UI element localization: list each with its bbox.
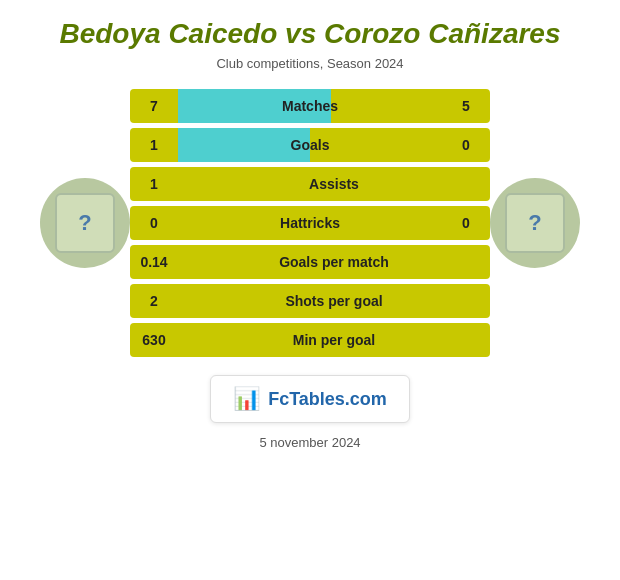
stat-label-3: Hattricks [178,215,442,231]
stats-column: 7Matches51Goals01Assists0Hattricks00.14G… [130,89,490,357]
avatar-right-icon: ? [528,210,541,236]
stat-left-val-1: 1 [130,137,178,153]
stat-left-val-0: 7 [130,98,178,114]
logo-icon: 📊 [233,386,260,412]
stat-label-2: Assists [178,176,490,192]
stat-right-val-1: 0 [442,137,490,153]
stat-label-4: Goals per match [178,254,490,270]
footer-date: 5 november 2024 [259,435,360,450]
stat-left-val-3: 0 [130,215,178,231]
stat-row-1: 1Goals0 [130,128,490,162]
stat-row-0: 7Matches5 [130,89,490,123]
stat-bar-area-0: Matches [178,89,442,123]
stat-left-val-6: 630 [130,332,178,348]
main-section: ? 7Matches51Goals01Assists0Hattricks00.1… [10,89,610,357]
stat-row-4: 0.14Goals per match [130,245,490,279]
stat-bar-area-3: Hattricks [178,206,442,240]
avatar-left-icon: ? [78,210,91,236]
page-subtitle: Club competitions, Season 2024 [216,56,403,71]
page-wrapper: Bedoya Caicedo vs Corozo Cañizares Club … [0,0,620,580]
avatar-left-inner: ? [55,193,115,253]
avatar-right-inner: ? [505,193,565,253]
stat-right-val-3: 0 [442,215,490,231]
logo-box: 📊 FcTables.com [210,375,410,423]
stat-row-6: 630Min per goal [130,323,490,357]
stat-bar-area-2: Assists [178,167,490,201]
logo-section: 📊 FcTables.com [210,375,410,423]
stat-label-6: Min per goal [178,332,490,348]
stat-bar-area-1: Goals [178,128,442,162]
stat-right-val-0: 5 [442,98,490,114]
logo-text: FcTables.com [268,389,387,410]
stat-bar-area-5: Shots per goal [178,284,490,318]
avatar-left: ? [40,178,130,268]
stat-left-val-2: 1 [130,176,178,192]
stat-left-val-5: 2 [130,293,178,309]
stat-left-val-4: 0.14 [130,254,178,270]
stat-label-1: Goals [178,137,442,153]
page-title: Bedoya Caicedo vs Corozo Cañizares [59,18,560,50]
stat-row-2: 1Assists [130,167,490,201]
avatar-right: ? [490,178,580,268]
stat-row-3: 0Hattricks0 [130,206,490,240]
stat-bar-area-6: Min per goal [178,323,490,357]
stat-label-5: Shots per goal [178,293,490,309]
stat-label-0: Matches [178,98,442,114]
stat-bar-area-4: Goals per match [178,245,490,279]
stat-row-5: 2Shots per goal [130,284,490,318]
